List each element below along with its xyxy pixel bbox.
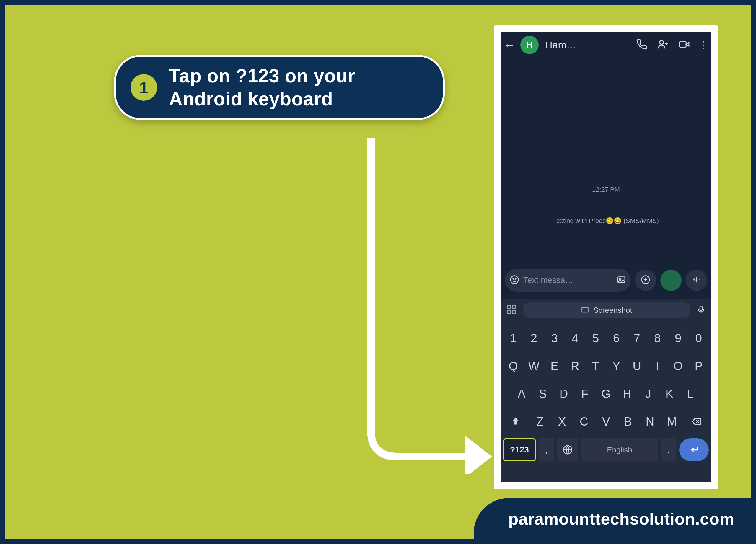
backspace-key[interactable] (684, 410, 709, 433)
key-p[interactable]: P (689, 354, 709, 377)
key-b[interactable]: B (618, 410, 638, 433)
svg-rect-11 (512, 310, 516, 314)
message-input-row: Text messa… (505, 269, 707, 292)
key-t[interactable]: T (586, 354, 606, 377)
key-2[interactable]: 2 (524, 327, 544, 350)
background-canvas: 1 Tap on ?123 on your Android keyboard ←… (5, 5, 751, 539)
key-h[interactable]: H (617, 382, 637, 405)
add-attachment-button[interactable] (635, 270, 656, 291)
message-input[interactable]: Text messa… (505, 269, 631, 292)
key-g[interactable]: G (596, 382, 616, 405)
key-0[interactable]: 0 (689, 327, 709, 350)
key-3[interactable]: 3 (545, 327, 565, 350)
footer-site-text: paramounttechsolution.com (508, 509, 734, 528)
svg-rect-8 (508, 306, 511, 309)
gallery-icon[interactable] (617, 275, 626, 286)
key-o[interactable]: O (668, 354, 688, 377)
key-i[interactable]: I (647, 354, 667, 377)
suggestion-chip-screenshot[interactable]: Screenshot (523, 302, 690, 318)
conversation-timestamp: 12:27 PM (501, 186, 711, 193)
back-arrow-icon[interactable]: ← (504, 38, 514, 52)
key-1[interactable]: 1 (503, 327, 523, 350)
add-person-icon[interactable] (656, 39, 670, 51)
keyboard-row-numbers: 1 2 3 4 5 6 7 8 9 0 (501, 321, 711, 352)
key-u[interactable]: U (627, 354, 647, 377)
call-icon[interactable] (634, 39, 649, 51)
keyboard-row-z: Z X C V B N M (501, 408, 711, 435)
key-a[interactable]: A (511, 382, 532, 405)
period-key[interactable]: . (661, 438, 676, 461)
contact-avatar[interactable]: H (520, 36, 539, 54)
key-x[interactable]: X (552, 410, 572, 433)
key-f[interactable]: F (575, 382, 595, 405)
android-keyboard: 1 2 3 4 5 6 7 8 9 0 Q W E R T Y (501, 321, 711, 482)
phone-screen: ← H Ham… ⋮ 12:27 PM Texting with Proos😊😄… (501, 32, 711, 482)
key-7[interactable]: 7 (627, 327, 647, 350)
footer-ribbon: paramounttechsolution.com (474, 498, 751, 539)
key-m[interactable]: M (662, 410, 682, 433)
key-d[interactable]: D (554, 382, 574, 405)
key-9[interactable]: 9 (668, 327, 688, 350)
phone-frame: ← H Ham… ⋮ 12:27 PM Texting with Proos😊😄… (494, 25, 718, 489)
keyboard-suggestion-strip: Screenshot (501, 299, 711, 321)
svg-point-3 (513, 278, 514, 279)
svg-point-0 (660, 40, 664, 44)
connector-arrow (365, 138, 495, 474)
conversation-topbar: ← H Ham… ⋮ (501, 32, 711, 57)
suggestion-chip-label: Screenshot (593, 306, 632, 315)
svg-point-2 (511, 276, 519, 284)
key-e[interactable]: E (545, 354, 565, 377)
key-q[interactable]: Q (503, 354, 523, 377)
svg-rect-1 (680, 42, 686, 47)
key-r[interactable]: R (565, 354, 585, 377)
key-w[interactable]: W (524, 354, 544, 377)
key-4[interactable]: 4 (565, 327, 585, 350)
symbols-key-highlighted[interactable]: ?123 (503, 438, 536, 461)
svg-rect-10 (508, 310, 511, 314)
key-j[interactable]: J (638, 382, 658, 405)
svg-rect-9 (512, 306, 516, 309)
svg-point-4 (515, 278, 516, 279)
clipboard-grid-icon[interactable] (506, 304, 517, 316)
svg-rect-13 (700, 306, 702, 311)
key-z[interactable]: Z (530, 410, 550, 433)
key-y[interactable]: Y (606, 354, 626, 377)
keyboard-bottom-row: ?123 , English . (501, 435, 711, 466)
key-c[interactable]: C (574, 410, 594, 433)
key-n[interactable]: N (640, 410, 660, 433)
key-5[interactable]: 5 (586, 327, 606, 350)
key-k[interactable]: K (659, 382, 680, 405)
step-number-badge: 1 (131, 74, 157, 101)
key-s[interactable]: S (533, 382, 553, 405)
key-v[interactable]: V (596, 410, 616, 433)
message-placeholder: Text messa… (523, 276, 612, 285)
key-l[interactable]: L (680, 382, 700, 405)
conversation-subtitle: Texting with Proos😊😄 (SMS/MMS) (501, 217, 711, 225)
spacebar-key[interactable]: English (581, 438, 658, 461)
instruction-text: Tap on ?123 on your Android keyboard (169, 64, 428, 110)
contact-name[interactable]: Ham… (545, 39, 576, 51)
enter-key[interactable] (679, 438, 709, 461)
key-8[interactable]: 8 (647, 327, 667, 350)
key-6[interactable]: 6 (606, 327, 626, 350)
send-button[interactable] (660, 270, 682, 291)
instruction-pill: 1 Tap on ?123 on your Android keyboard (114, 55, 445, 120)
voice-message-button[interactable] (686, 270, 707, 291)
shift-key[interactable] (503, 410, 528, 433)
language-globe-key[interactable] (557, 438, 578, 461)
keyboard-row-q: Q W E R T Y U I O P (501, 352, 711, 380)
svg-rect-12 (582, 307, 588, 312)
mic-icon[interactable] (696, 305, 706, 315)
keyboard-row-a: A S D F G H J K L (501, 380, 711, 408)
comma-key[interactable]: , (539, 438, 554, 461)
emoji-icon[interactable] (510, 275, 519, 286)
more-options-icon[interactable]: ⋮ (698, 39, 705, 51)
video-call-icon[interactable] (677, 39, 692, 51)
